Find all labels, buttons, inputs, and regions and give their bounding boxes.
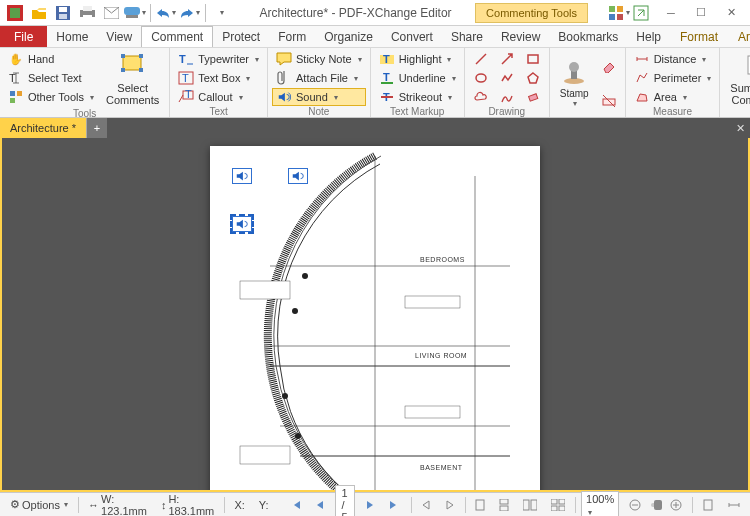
pencil-tool[interactable]	[495, 88, 519, 106]
svg-rect-24	[123, 56, 141, 70]
menu-protect[interactable]: Protect	[213, 26, 269, 47]
line-tool[interactable]	[469, 50, 493, 68]
title-bar: ▾ ▾ ▾ ▾ Architecture* - PDF-XChange Edit…	[0, 0, 750, 26]
save-icon[interactable]	[52, 2, 74, 24]
hand-tool[interactable]: ✋Hand	[4, 50, 98, 68]
first-page-button[interactable]	[285, 497, 305, 513]
summarize-comments[interactable]: SummarizeComments	[724, 50, 750, 108]
fit-width-button[interactable]	[724, 497, 744, 513]
undo-icon[interactable]: ▾	[155, 2, 177, 24]
polyline-tool[interactable]	[495, 69, 519, 87]
rect-tool[interactable]	[521, 50, 545, 68]
close-button[interactable]: ✕	[718, 3, 744, 23]
close-tab-button[interactable]: ✕	[730, 118, 750, 138]
menu-comment[interactable]: Comment	[141, 26, 213, 47]
add-tab-button[interactable]: +	[87, 118, 107, 138]
menu-home[interactable]: Home	[47, 26, 97, 47]
zoom-in-button[interactable]	[666, 497, 686, 513]
gear-icon: ⚙	[10, 498, 20, 511]
zoom-slider[interactable]	[651, 503, 660, 507]
status-bar: ⚙Options▾ ↔ W: 123.1mm ↕ H: 183.1mm X: Y…	[0, 492, 750, 516]
prev-view-button[interactable]	[417, 498, 435, 512]
svg-rect-79	[551, 506, 557, 511]
stamp-tool[interactable]: Stamp▾	[554, 50, 595, 116]
layout-continuous-button[interactable]	[495, 497, 513, 513]
menu-form[interactable]: Form	[269, 26, 315, 47]
page-indicator[interactable]: 1 / 5	[335, 485, 355, 517]
perimeter-tool[interactable]: Perimeter▾	[630, 69, 716, 87]
callout-tool[interactable]: TCallout▾	[174, 88, 263, 106]
menu-format[interactable]: Format	[670, 26, 728, 47]
menu-organize[interactable]: Organize	[315, 26, 382, 47]
email-icon[interactable]	[100, 2, 122, 24]
quick-access-toolbar: ▾ ▾ ▾ ▾	[0, 2, 236, 24]
eraser-icon	[525, 89, 541, 105]
scan-icon[interactable]: ▾	[124, 2, 146, 24]
svg-text:T: T	[182, 72, 189, 84]
typewriter-tool[interactable]: TTypewriter▾	[174, 50, 263, 68]
underline-tool[interactable]: TUnderline▾	[375, 69, 460, 87]
last-page-button[interactable]	[385, 497, 405, 513]
svg-rect-67	[240, 446, 290, 464]
svg-rect-22	[17, 91, 22, 96]
group-note-title: Note	[272, 106, 366, 118]
document-tab[interactable]: Architecture *	[0, 118, 87, 138]
architecture-drawing	[210, 146, 540, 492]
clear-tool[interactable]	[597, 91, 621, 109]
app-icon[interactable]	[4, 2, 26, 24]
minimize-button[interactable]: ─	[658, 3, 684, 23]
oval-tool[interactable]	[469, 69, 493, 87]
sticky-note-tool[interactable]: Sticky Note▾	[272, 50, 366, 68]
redo-icon[interactable]: ▾	[179, 2, 201, 24]
layout-facing-cont-button[interactable]	[547, 497, 569, 513]
callout-icon: T	[178, 89, 194, 105]
open-icon[interactable]	[28, 2, 50, 24]
eraser2-tool[interactable]	[597, 57, 621, 75]
select-text-tool[interactable]: TSelect Text	[4, 69, 98, 87]
fit-page-button[interactable]	[698, 497, 718, 513]
ui-options-icon[interactable]: ▾	[608, 2, 630, 24]
polygon-tool[interactable]	[521, 69, 545, 87]
cloud-icon	[473, 89, 489, 105]
layout-single-button[interactable]	[471, 497, 489, 513]
arrow-tool[interactable]	[495, 50, 519, 68]
sound-tool[interactable]: Sound▾	[272, 88, 366, 106]
svg-rect-21	[10, 91, 15, 96]
menu-review[interactable]: Review	[492, 26, 549, 47]
svg-point-43	[569, 62, 579, 72]
strikeout-icon: T	[379, 89, 395, 105]
textbox-tool[interactable]: TText Box▾	[174, 69, 263, 87]
zoom-out-button[interactable]	[625, 497, 645, 513]
menu-help[interactable]: Help	[627, 26, 670, 47]
svg-point-71	[295, 433, 301, 439]
workspace[interactable]: BEDROOMS LIVING ROOM BASEMENT	[0, 138, 750, 492]
attach-file-tool[interactable]: Attach File▾	[272, 69, 366, 87]
highlight-tool[interactable]: THighlight▾	[375, 50, 460, 68]
qat-customize-icon[interactable]: ▾	[210, 2, 232, 24]
eraser-tool[interactable]	[521, 88, 545, 106]
svg-rect-76	[531, 500, 537, 510]
group-markup-title: Text Markup	[375, 106, 460, 118]
menu-view[interactable]: View	[97, 26, 141, 47]
other-tools[interactable]: Other Tools▾	[4, 88, 98, 106]
menu-convert[interactable]: Convert	[382, 26, 442, 47]
maximize-button[interactable]: ☐	[688, 3, 714, 23]
distance-tool[interactable]: Distance▾	[630, 50, 716, 68]
layout-facing-button[interactable]	[519, 497, 541, 513]
prev-page-button[interactable]	[311, 497, 329, 513]
zoom-value[interactable]: 100% ▾	[581, 491, 619, 517]
area-tool[interactable]: Area▾	[630, 88, 716, 106]
menu-arrange[interactable]: Arrange	[728, 26, 750, 47]
next-view-button[interactable]	[441, 498, 459, 512]
options-button[interactable]: ⚙Options▾	[6, 496, 72, 513]
file-tab[interactable]: File	[0, 26, 47, 47]
strikeout-tool[interactable]: TStrikeout▾	[375, 88, 460, 106]
launch-icon[interactable]	[630, 2, 652, 24]
select-comments-tool[interactable]: SelectComments	[100, 50, 165, 108]
menu-share[interactable]: Share	[442, 26, 492, 47]
next-page-button[interactable]	[361, 497, 379, 513]
print-icon[interactable]	[76, 2, 98, 24]
pdf-page[interactable]: BEDROOMS LIVING ROOM BASEMENT	[210, 146, 540, 492]
menu-bookmarks[interactable]: Bookmarks	[549, 26, 627, 47]
cloud-tool[interactable]	[469, 88, 493, 106]
